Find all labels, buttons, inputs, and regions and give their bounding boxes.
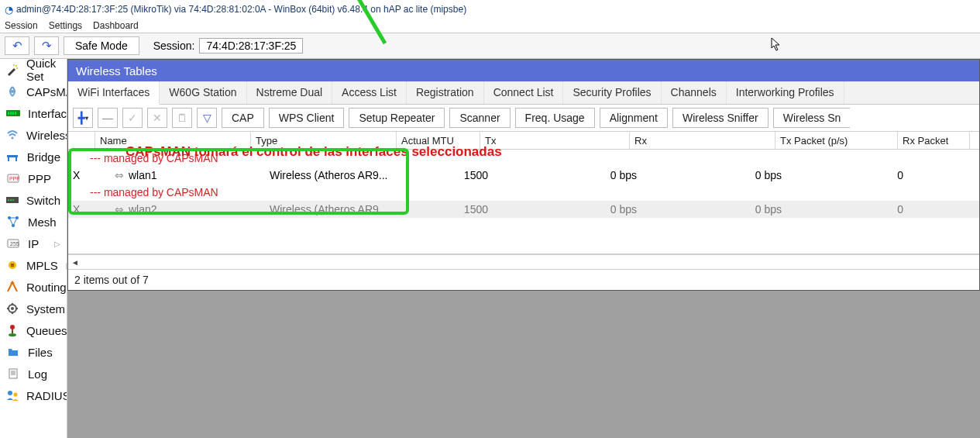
alignment-button[interactable]: Alignment xyxy=(600,108,668,128)
col-flag[interactable] xyxy=(68,132,95,149)
wireless-sniffer-button[interactable]: Wireless Sniffer xyxy=(672,108,769,128)
sidebar-item-interfaces[interactable]: Interfaces xyxy=(0,102,67,124)
col-txp[interactable]: Tx Packet (p/s) xyxy=(775,132,898,149)
mesh-icon xyxy=(6,216,20,228)
enable-button[interactable]: ✓ xyxy=(122,108,143,128)
svg-rect-5 xyxy=(8,112,9,115)
add-button[interactable]: ╋▾ xyxy=(73,108,93,128)
svg-rect-6 xyxy=(10,112,12,115)
svg-point-17 xyxy=(10,199,12,201)
sidebar-item-ppp[interactable]: PPPPPP xyxy=(0,167,67,189)
queues-icon xyxy=(6,324,19,336)
cell-flag: X xyxy=(68,169,95,181)
wps-client-button[interactable]: WPS Client xyxy=(269,108,345,128)
wifi-icon: ⇔ xyxy=(115,169,124,181)
sidebar-item-label: Log xyxy=(28,367,47,381)
svg-rect-25 xyxy=(11,264,14,267)
svg-point-27 xyxy=(11,307,14,310)
setup-repeater-button[interactable]: Setup Repeater xyxy=(349,108,445,128)
scanner-button[interactable]: Scanner xyxy=(449,108,510,128)
tab-channels[interactable]: Channels xyxy=(662,81,727,104)
col-mtu[interactable]: Actual MTU xyxy=(397,132,480,149)
sidebar-item-files[interactable]: Files xyxy=(0,341,67,363)
cell-flag: X xyxy=(68,203,95,216)
window-titlebar: ◔ admin@74:4D:28:17:3F:25 (MikroTik) via… xyxy=(0,0,980,19)
col-rxp[interactable]: Rx Packet xyxy=(898,132,970,149)
undo-button[interactable]: ↶ xyxy=(5,36,29,55)
svg-rect-12 xyxy=(15,157,17,161)
sidebar-item-label: Mesh xyxy=(28,216,57,229)
app-logo-icon: ◔ xyxy=(5,4,13,16)
sub-toolbar: ╋▾ — ✓ ✕ 🗒 ▽ CAP WPS Client Setup Repeat… xyxy=(68,105,979,132)
session-label: Session: xyxy=(153,40,195,52)
sidebar-item-label: Bridge xyxy=(27,150,60,164)
session-value: 74:4D:28:17:3F:25 xyxy=(199,38,303,53)
svg-point-2 xyxy=(16,67,18,69)
col-name[interactable]: Name xyxy=(95,132,251,149)
undo-icon: ↶ xyxy=(12,39,22,53)
safe-mode-button[interactable]: Safe Mode xyxy=(64,36,139,55)
col-type[interactable]: Type xyxy=(251,132,397,149)
sidebar-item-system[interactable]: System▷ xyxy=(0,298,67,319)
tab-nstreme-dual[interactable]: Nstreme Dual xyxy=(247,81,333,104)
sidebar-item-wireless[interactable]: Wireless xyxy=(0,124,67,146)
ppp-icon: PPP xyxy=(6,174,20,183)
sidebar-item-bridge[interactable]: Bridge xyxy=(0,146,67,167)
sidebar-item-label: Interfaces xyxy=(28,107,67,120)
sidebar-item-switch[interactable]: Switch xyxy=(0,189,67,211)
cell-name: ⇔wlan1 xyxy=(95,169,265,181)
log-icon xyxy=(6,368,20,379)
wifi-icon: ⇔ xyxy=(115,203,124,216)
table-row[interactable]: X⇔wlan2Wireless (Atheros AR9...15000 bps… xyxy=(68,201,979,218)
cell-type: Wireless (Atheros AR9... xyxy=(265,169,410,181)
tab-connect-list[interactable]: Connect List xyxy=(484,81,564,104)
tab-access-list[interactable]: Access List xyxy=(332,81,407,104)
svg-rect-11 xyxy=(8,157,9,161)
sidebar-item-capsman[interactable]: CAPsMAN xyxy=(0,81,67,102)
cell-name: ⇔wlan2 xyxy=(95,203,265,216)
sidebar-item-quick-set[interactable]: Quick Set xyxy=(0,59,67,81)
svg-point-35 xyxy=(8,391,12,395)
menu-session[interactable]: Session xyxy=(5,20,38,31)
sidebar-item-mpls[interactable]: MPLS▷ xyxy=(0,254,67,276)
tab-registration[interactable]: Registration xyxy=(407,81,484,104)
managed-by-capsman-label: --- managed by CAPsMAN xyxy=(68,184,979,201)
bridge-icon xyxy=(6,150,19,163)
sidebar-item-ip[interactable]: 255IP▷ xyxy=(0,233,67,254)
svg-point-9 xyxy=(12,137,14,140)
tab-interworking-profiles[interactable]: Interworking Profiles xyxy=(727,81,844,104)
sidebar-item-mesh[interactable]: Mesh xyxy=(0,211,67,233)
sidebar-item-label: RADIUS xyxy=(26,389,67,402)
tab-wifi-interfaces[interactable]: WiFi Interfaces xyxy=(68,81,160,105)
cell-tx: 0 bps xyxy=(493,203,641,216)
sidebar-item-queues[interactable]: Queues xyxy=(0,319,67,341)
tab-w60g-station[interactable]: W60G Station xyxy=(160,81,246,104)
col-tx[interactable]: Tx xyxy=(480,132,630,149)
sidebar-item-log[interactable]: Log xyxy=(0,363,67,385)
sidebar-item-radius[interactable]: RADIUS xyxy=(0,385,67,406)
menu-bar: Session Settings Dashboard xyxy=(0,19,980,33)
radio-icon xyxy=(6,85,19,98)
tab-security-profiles[interactable]: Security Profiles xyxy=(563,81,661,104)
col-rx[interactable]: Rx xyxy=(630,132,775,149)
menu-dashboard[interactable]: Dashboard xyxy=(93,20,139,31)
svg-rect-8 xyxy=(15,112,16,115)
comment-button[interactable]: 🗒 xyxy=(172,108,192,128)
cell-mtu: 1500 xyxy=(410,203,493,216)
grid-header: Name Type Actual MTU Tx Rx Tx Packet (p/… xyxy=(68,132,979,150)
filter-button[interactable]: ▽ xyxy=(197,108,217,128)
menu-settings[interactable]: Settings xyxy=(49,20,82,31)
horizontal-scrollbar[interactable]: ◄ xyxy=(68,254,979,269)
redo-button[interactable]: ↷ xyxy=(34,36,59,55)
disable-button[interactable]: ✕ xyxy=(147,108,167,128)
svg-point-18 xyxy=(12,199,14,201)
sidebar-item-routing[interactable]: Routing▷ xyxy=(0,276,67,298)
wireless-snooper-button[interactable]: Wireless Sn xyxy=(773,108,851,128)
wand-icon xyxy=(6,64,19,76)
table-row[interactable]: X⇔wlan1Wireless (Atheros AR9...15000 bps… xyxy=(68,167,979,184)
freq-usage-button[interactable]: Freq. Usage xyxy=(515,108,595,128)
svg-rect-7 xyxy=(12,112,14,115)
cap-button[interactable]: CAP xyxy=(222,108,264,128)
remove-button[interactable]: — xyxy=(98,108,118,128)
sidebar-item-label: Files xyxy=(28,346,53,359)
